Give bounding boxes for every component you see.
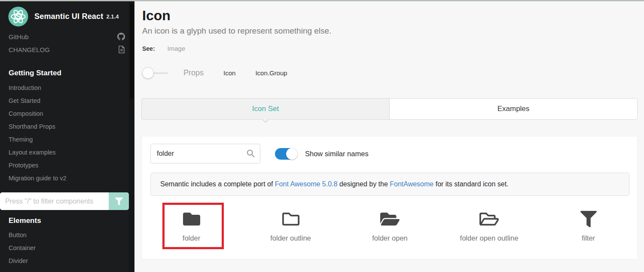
sidebar-item-composition[interactable]: Composition — [9, 110, 43, 117]
sidebar-item-migration-guide[interactable]: Migration guide to v2 — [9, 175, 67, 182]
brand-title: Semantic UI React — [34, 12, 103, 21]
font-awesome-message: Semantic includes a complete port of Fon… — [150, 173, 629, 196]
folder-open-outline-icon — [479, 210, 499, 228]
icon-cell-label: folder — [183, 234, 200, 242]
message-text-prefix: Semantic includes a complete port of — [160, 180, 275, 188]
active-tab-notch — [262, 116, 269, 123]
top-edge-strip — [0, 0, 644, 1]
sidebar-item-theming[interactable]: Theming — [9, 136, 33, 143]
sidebar-item-get-started[interactable]: Get Started — [9, 97, 40, 104]
search-icon — [246, 149, 255, 158]
tab-icon-set-label: Icon Set — [252, 105, 279, 113]
sidebar-item-shorthand-props[interactable]: Shorthand Props — [9, 123, 55, 130]
sidebar-item-layout-examples[interactable]: Layout examples — [9, 149, 56, 156]
github-link-label: GitHub — [9, 33, 29, 40]
icon-cell-folder-open[interactable]: folder open — [340, 201, 440, 242]
github-icon — [117, 33, 125, 40]
sidebar: S Semantic UI React 2.1.4 GitHub CHANGEL… — [0, 0, 134, 272]
props-toggle[interactable] — [142, 67, 169, 79]
icon-cell-label: filter — [582, 234, 595, 242]
filter-icon — [115, 198, 123, 205]
page-subtitle: An icon is a glyph used to represent som… — [142, 26, 331, 36]
tab-bar: Icon Set Examples — [141, 98, 638, 120]
icon-search-row: Show similar names — [150, 144, 369, 164]
font-awesome-version-link[interactable]: Font Awesome 5.0.8 — [275, 180, 338, 188]
file-icon — [118, 46, 125, 53]
icon-results-grid: folder folder outline folder open — [142, 201, 638, 242]
icon-cell-label: folder open — [372, 234, 408, 242]
folder-outline-icon — [282, 210, 299, 228]
brand[interactable]: S Semantic UI React 2.1.4 — [8, 6, 119, 27]
icon-cell-folder[interactable]: folder — [142, 201, 241, 242]
see-label: See: — [142, 45, 155, 52]
component-filter-button[interactable] — [109, 192, 129, 210]
icon-cell-folder-open-outline[interactable]: folder open outline — [440, 201, 539, 242]
main-content: Icon An icon is a glyph used to represen… — [134, 0, 644, 272]
props-toggle-knob — [142, 67, 154, 79]
folder-open-icon — [380, 210, 400, 228]
filter-solid-icon — [580, 211, 597, 227]
icon-cell-label: folder open outline — [460, 234, 519, 242]
icon-search — [150, 144, 260, 164]
page-title: Icon — [142, 8, 171, 24]
sidebar-link-github[interactable]: GitHub — [9, 33, 125, 40]
icon-search-input[interactable] — [150, 144, 260, 164]
app-window: S Semantic UI React 2.1.4 GitHub CHANGEL… — [0, 0, 644, 272]
font-awesome-link[interactable]: FontAwesome — [390, 180, 433, 188]
section-title-getting-started: Getting Started — [9, 69, 61, 77]
brand-version: 2.1.4 — [106, 13, 119, 20]
props-item-icon[interactable]: Icon — [223, 69, 235, 77]
component-filter — [0, 192, 129, 210]
message-text-middle: designed by the — [337, 180, 390, 188]
sidebar-item-button[interactable]: Button — [9, 232, 27, 238]
message-text-suffix: for its standard icon set. — [433, 180, 508, 188]
sidebar-item-prototypes[interactable]: Prototypes — [9, 162, 38, 169]
props-item-icon-group[interactable]: Icon.Group — [255, 69, 287, 77]
show-similar-toggle[interactable] — [275, 148, 298, 160]
see-also-row: See: Image — [142, 45, 185, 52]
sidebar-item-container[interactable]: Container — [9, 244, 36, 251]
section-title-elements: Elements — [9, 216, 41, 225]
component-filter-input[interactable] — [0, 192, 109, 210]
props-label[interactable]: Props — [183, 68, 204, 77]
tab-examples[interactable]: Examples — [389, 98, 638, 120]
sidebar-scrollbar-thumb[interactable] — [130, 3, 134, 99]
icon-cell-folder-outline[interactable]: folder outline — [241, 201, 340, 242]
sidebar-item-introduction[interactable]: Introduction — [9, 84, 41, 91]
show-similar-toggle-knob — [286, 148, 298, 160]
see-link-image[interactable]: Image — [168, 45, 186, 52]
show-similar-label: Show similar names — [305, 150, 369, 158]
icon-cell-filter[interactable]: filter — [539, 201, 638, 242]
sidebar-item-divider[interactable]: Divider — [9, 257, 28, 264]
tab-examples-label: Examples — [497, 105, 530, 113]
sidebar-link-changelog[interactable]: CHANGELOG — [9, 46, 125, 53]
tab-icon-set[interactable]: Icon Set — [141, 98, 389, 120]
folder-icon — [183, 210, 200, 228]
svg-text:S: S — [16, 12, 21, 21]
icon-set-panel: Show similar names Semantic includes a c… — [141, 136, 638, 260]
changelog-link-label: CHANGELOG — [9, 46, 50, 53]
icon-cell-label: folder outline — [270, 234, 311, 242]
semantic-ui-logo-icon: S — [8, 6, 28, 27]
props-bar: Props Icon Icon.Group — [142, 65, 287, 80]
